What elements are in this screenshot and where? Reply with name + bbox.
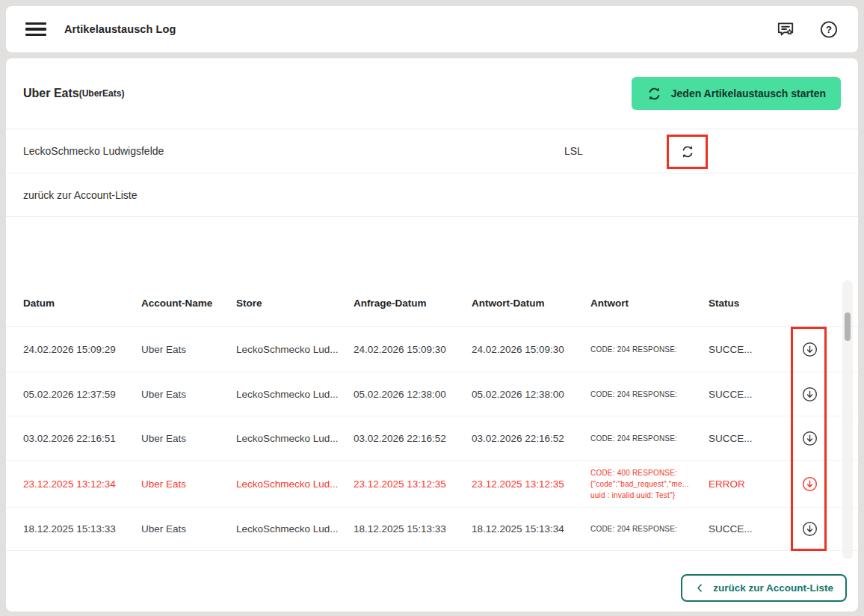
highlight-box-sync: [667, 135, 708, 169]
store-row: LeckoSchmecko Ludwigsfelde LSL: [6, 129, 858, 173]
cell-antwort-datum: 23.12.2025 13:12:35: [472, 478, 590, 490]
cell-status: SUCCE...: [709, 433, 791, 444]
cell-anfrage-datum: 23.12.2025 13:12:35: [354, 478, 472, 490]
cell-status: SUCCE...: [709, 389, 791, 400]
cell-status: SUCCE...: [709, 344, 791, 355]
cell-store: LeckoSchmecko Lud...: [236, 389, 354, 400]
menu-icon[interactable]: [25, 22, 46, 37]
cell-antwort: CODE: 400 RESPONSE: {"code":"bad_request…: [590, 467, 709, 501]
table-row: 05.02.2026 12:37:59 Uber Eats LeckoSchme…: [6, 372, 858, 416]
table-header-row: Datum Account-Name Store Anfrage-Datum A…: [6, 280, 858, 327]
chevron-left-icon: [694, 582, 706, 594]
account-title: Uber Eats: [23, 87, 79, 100]
start-all-exchange-label: Jeden Artikelaustausch starten: [671, 87, 826, 99]
download-log-button[interactable]: [801, 520, 818, 538]
cell-store: LeckoSchmecko Lud...: [236, 344, 354, 355]
svg-text:?: ?: [826, 24, 832, 35]
store-code: LSL: [564, 145, 583, 157]
col-header-store: Store: [236, 298, 354, 309]
cell-datum: 18.12.2025 15:13:33: [23, 523, 141, 535]
back-to-account-list-button[interactable]: zurück zur Account-Liste: [681, 574, 847, 602]
cell-antwort: CODE: 204 RESPONSE:: [590, 389, 709, 400]
back-button-label: zurück zur Account-Liste: [713, 582, 833, 594]
help-icon[interactable]: ?: [819, 19, 839, 39]
cell-datum: 05.02.2026 12:37:59: [23, 389, 141, 400]
cell-antwort-datum: 03.02.2026 22:16:52: [472, 433, 590, 444]
cell-store: LeckoSchmecko Lud...: [236, 523, 354, 535]
cell-account: Uber Eats: [141, 523, 236, 535]
cell-antwort: CODE: 204 RESPONSE:: [590, 523, 709, 535]
back-to-account-list-row[interactable]: zurück zur Account-Liste: [6, 173, 858, 217]
cell-account: Uber Eats: [141, 478, 236, 490]
artikelaustausch-panel: Uber Eats(UberEats) Jeden Artikelaustaus…: [6, 58, 858, 612]
cell-antwort-datum: 05.02.2026 12:38:00: [472, 389, 590, 400]
download-log-button[interactable]: [801, 386, 818, 403]
cell-status: SUCCE...: [709, 523, 791, 535]
col-header-account-name: Account-Name: [141, 298, 236, 309]
cell-anfrage-datum: 03.02.2026 22:16:52: [354, 433, 472, 444]
cell-account: Uber Eats: [141, 389, 236, 400]
download-log-button[interactable]: [801, 475, 818, 493]
table-row-error: 23.12.2025 13:12:34 Uber Eats LeckoSchme…: [6, 461, 858, 508]
cell-store: LeckoSchmecko Lud...: [236, 433, 354, 444]
cell-anfrage-datum: 18.12.2025 15:13:33: [354, 523, 472, 535]
cell-account: Uber Eats: [141, 344, 236, 355]
table-row: 03.02.2026 22:16:51 Uber Eats LeckoSchme…: [6, 416, 858, 461]
cell-datum: 23.12.2025 13:12:34: [23, 478, 141, 490]
feedback-note-icon[interactable]: [776, 19, 795, 39]
col-header-anfrage-datum: Anfrage-Datum: [354, 298, 472, 309]
account-header: Uber Eats(UberEats) Jeden Artikelaustaus…: [6, 58, 858, 129]
cell-store: LeckoSchmecko Lud...: [236, 478, 354, 490]
table-scrollbar-track[interactable]: [842, 280, 853, 559]
store-name: LeckoSchmecko Ludwigsfelde: [23, 145, 164, 157]
download-log-button[interactable]: [801, 341, 818, 358]
col-header-status: Status: [709, 298, 791, 309]
cell-status: ERROR: [709, 478, 791, 490]
table-row: 18.12.2025 15:13:33 Uber Eats LeckoSchme…: [6, 508, 858, 551]
start-all-exchange-button[interactable]: Jeden Artikelaustausch starten: [632, 77, 841, 110]
page-title: Artikelaustausch Log: [64, 23, 176, 35]
cell-datum: 24.02.2026 15:09:29: [23, 344, 141, 355]
account-code: (UberEats): [79, 88, 125, 99]
table-row: 24.02.2026 15:09:29 Uber Eats LeckoSchme…: [6, 327, 858, 372]
col-header-datum: Datum: [23, 298, 141, 309]
cell-antwort: CODE: 204 RESPONSE:: [590, 433, 709, 444]
refresh-icon: [647, 86, 662, 102]
cell-antwort: CODE: 204 RESPONSE:: [590, 344, 709, 355]
cell-antwort-datum: 24.02.2026 15:09:30: [472, 344, 590, 355]
log-table: Datum Account-Name Store Anfrage-Datum A…: [6, 280, 858, 551]
store-sync-button[interactable]: [680, 144, 695, 159]
cell-anfrage-datum: 24.02.2026 15:09:30: [354, 344, 472, 355]
table-scrollbar-thumb[interactable]: [845, 312, 851, 341]
topbar-actions: ?: [776, 19, 839, 39]
back-to-account-list-label: zurück zur Account-Liste: [23, 189, 138, 201]
topbar: Artikelaustausch Log ?: [6, 6, 858, 52]
col-header-antwort-datum: Antwort-Datum: [472, 298, 590, 309]
cell-antwort-datum: 18.12.2025 15:13:34: [472, 523, 590, 535]
cell-datum: 03.02.2026 22:16:51: [23, 433, 141, 444]
cell-anfrage-datum: 05.02.2026 12:38:00: [354, 389, 472, 400]
download-log-button[interactable]: [801, 430, 818, 447]
cell-account: Uber Eats: [141, 433, 236, 444]
col-header-antwort: Antwort: [590, 298, 709, 309]
